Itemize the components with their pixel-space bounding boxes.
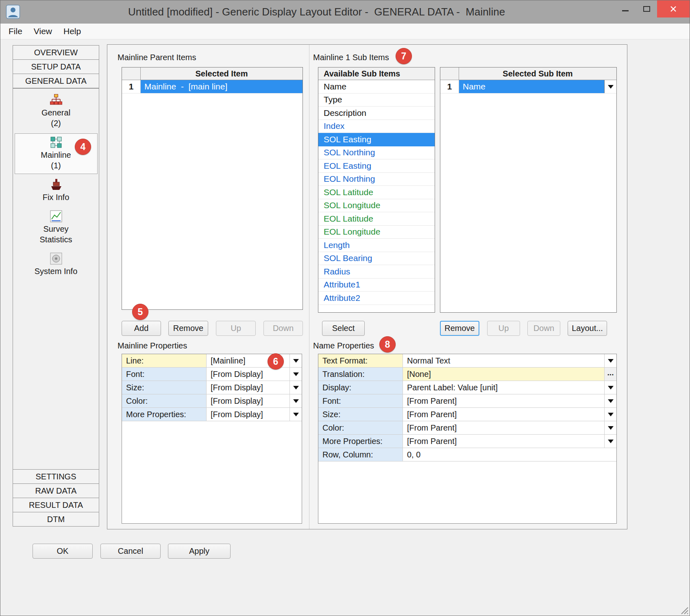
dropdown-arrow-icon[interactable]	[289, 368, 302, 381]
dropdown-arrow-icon[interactable]	[289, 381, 302, 394]
close-button[interactable]	[657, 0, 690, 17]
available-sub-item[interactable]: SOL Longitude	[318, 199, 435, 213]
property-value-field[interactable]: 0, 0 ...	[403, 448, 616, 461]
available-sub-item[interactable]: SOL Northing	[318, 146, 435, 160]
available-sub-item[interactable]: Length	[318, 239, 435, 252]
app-icon-image	[6, 4, 20, 19]
property-label: Text Format:	[318, 354, 403, 367]
available-sub-item-label: EOL Northing	[324, 174, 375, 184]
sidebar-tab-overview[interactable]: OVERVIEW	[13, 45, 99, 60]
menu-view[interactable]: View	[34, 26, 52, 36]
close-icon	[669, 5, 677, 13]
property-value-field[interactable]: Normal Text ...	[403, 354, 616, 367]
apply-button[interactable]: Apply	[168, 544, 231, 559]
add-button[interactable]: Add	[122, 321, 161, 336]
available-sub-item[interactable]: EOL Northing	[318, 173, 435, 186]
menu-file[interactable]: File	[9, 26, 22, 36]
parent-item-value[interactable]: Mainline - [main line]	[141, 80, 303, 93]
property-value-field[interactable]: [From Parent] ...	[403, 435, 616, 448]
cancel-button[interactable]: Cancel	[100, 544, 161, 559]
property-value-field[interactable]: [From Parent] ...	[403, 408, 616, 421]
mainline-properties-grid: Line: [Mainline] ... Font: [From Display…	[122, 354, 302, 524]
property-value-text: [From Parent]	[403, 435, 604, 448]
property-value-field[interactable]: [From Display] ...	[207, 394, 302, 407]
property-value-text: Parent Label: Value [unit]	[403, 381, 604, 394]
property-value-field[interactable]: [Mainline] ...	[207, 354, 302, 367]
available-sub-item[interactable]: Index	[318, 120, 435, 133]
available-sub-item-label: Name	[324, 82, 346, 91]
property-row: Translation: [None] ...	[318, 368, 616, 381]
dropdown-arrow-icon[interactable]	[604, 394, 616, 407]
property-row: More Properties: [From Parent] ...	[318, 435, 616, 448]
sidebar-tab-settings[interactable]: SETTINGS	[13, 469, 99, 484]
dropdown-arrow-icon[interactable]	[604, 435, 616, 448]
remove-sub-item-button[interactable]: Remove	[440, 321, 479, 336]
fix-info-icon	[15, 178, 97, 192]
ok-button[interactable]: OK	[33, 544, 93, 559]
sidebar-tab-setup-data[interactable]: SETUP DATA	[13, 59, 99, 74]
select-button[interactable]: Select	[322, 321, 365, 336]
available-sub-item-label: Description	[324, 108, 366, 118]
available-sub-item-label: EOL Easting	[324, 161, 371, 171]
tree-item-survey-statistics[interactable]: Survey Statistics	[15, 207, 98, 248]
remove-button[interactable]: Remove	[168, 321, 208, 336]
property-value-field[interactable]: [From Display] ...	[207, 368, 302, 381]
property-value-field[interactable]: [From Display] ...	[207, 381, 302, 394]
property-value-field[interactable]: [None] ...	[403, 368, 616, 381]
available-sub-item[interactable]: Description	[318, 107, 435, 120]
menu-help[interactable]: Help	[63, 26, 81, 36]
tree-item-label: Fix Info	[31, 192, 81, 202]
row-number: 1	[440, 80, 459, 93]
available-sub-item[interactable]: SOL Easting	[318, 133, 435, 146]
property-row: Color: [From Display] ...	[122, 394, 302, 408]
selected-sub-item-value[interactable]: Name	[459, 80, 604, 93]
tree-item-fix-info[interactable]: Fix Info	[15, 176, 98, 206]
property-value-field[interactable]: Parent Label: Value [unit] ...	[403, 381, 616, 394]
row-number: 1	[122, 80, 141, 93]
selected-sub-item-row[interactable]: 1 Name	[440, 80, 616, 94]
parent-item-row[interactable]: 1 Mainline - [main line]	[122, 80, 303, 94]
sidebar-tab-dtm[interactable]: DTM	[13, 512, 99, 527]
property-value-text: [From Display]	[207, 368, 289, 381]
available-sub-item[interactable]: SOL Latitude	[318, 186, 435, 199]
titlebar[interactable]: Untitled [modified] - Generic Display La…	[0, 0, 690, 24]
up-sub-item-button[interactable]: Up	[487, 321, 520, 336]
dropdown-arrow-icon[interactable]	[289, 394, 302, 407]
minimize-button[interactable]	[615, 0, 636, 17]
ellipsis-button[interactable]: ...	[604, 368, 616, 381]
resize-grip-icon[interactable]	[680, 606, 689, 615]
app-icon[interactable]	[6, 4, 20, 19]
available-sub-item[interactable]: EOL Latitude	[318, 212, 435, 226]
tree-item-system-info[interactable]: System Info	[15, 250, 98, 280]
name-properties-grid: Text Format: Normal Text ... Translation…	[318, 354, 617, 524]
property-value-field[interactable]: [From Parent] ...	[403, 421, 616, 434]
sidebar-tab-raw-data[interactable]: RAW DATA	[13, 483, 99, 498]
property-value-field[interactable]: [From Parent] ...	[403, 394, 616, 407]
tree-item-general[interactable]: General (2)	[15, 91, 98, 132]
available-sub-item[interactable]: EOL Easting	[318, 159, 435, 173]
available-sub-item[interactable]: Attribute2	[318, 292, 435, 305]
dropdown-arrow-icon[interactable]	[604, 80, 616, 93]
available-sub-item[interactable]: Name	[318, 80, 435, 94]
dropdown-arrow-icon[interactable]	[289, 354, 302, 367]
property-value-field[interactable]: [From Display] ...	[207, 408, 302, 421]
layout-button[interactable]: Layout...	[568, 321, 607, 336]
up-button[interactable]: Up	[216, 321, 256, 336]
dropdown-arrow-icon[interactable]	[604, 381, 616, 394]
dropdown-arrow-icon[interactable]	[289, 408, 302, 421]
panel-divider	[309, 45, 309, 529]
available-sub-item[interactable]: Attribute1	[318, 279, 435, 292]
available-sub-item[interactable]: SOL Bearing	[318, 252, 435, 266]
available-sub-item-label: SOL Easting	[324, 135, 371, 144]
dropdown-arrow-icon[interactable]	[604, 354, 616, 367]
sidebar-tab-result-data[interactable]: RESULT DATA	[13, 498, 99, 512]
available-sub-item[interactable]: Radius	[318, 265, 435, 279]
dropdown-arrow-icon[interactable]	[604, 421, 616, 434]
down-sub-item-button[interactable]: Down	[527, 321, 560, 336]
sidebar-tab-general-data[interactable]: GENERAL DATA	[13, 74, 99, 88]
maximize-button[interactable]	[636, 0, 657, 17]
dropdown-arrow-icon[interactable]	[604, 408, 616, 421]
available-sub-item[interactable]: EOL Longitude	[318, 226, 435, 239]
down-button[interactable]: Down	[263, 321, 303, 336]
available-sub-item[interactable]: Type	[318, 94, 435, 107]
